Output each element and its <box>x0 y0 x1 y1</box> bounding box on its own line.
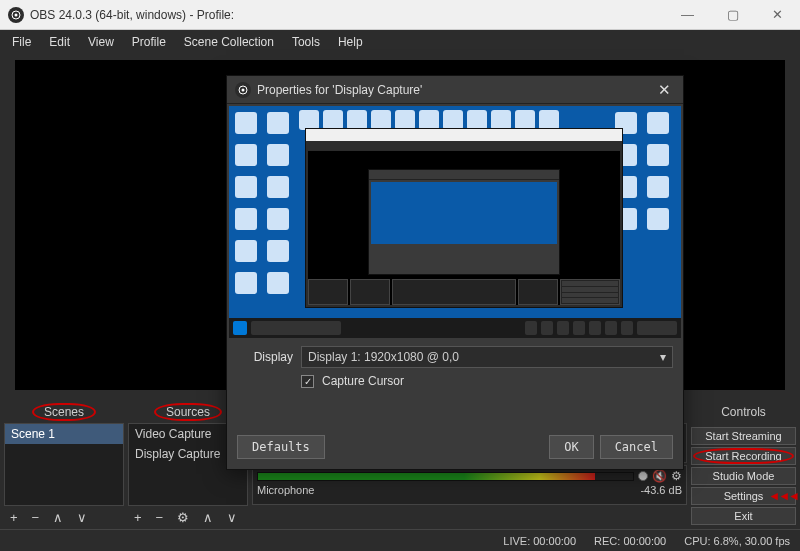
ok-button[interactable]: OK <box>549 435 593 459</box>
capture-cursor-label: Capture Cursor <box>322 374 404 388</box>
statusbar: LIVE: 00:00:00 REC: 00:00:00 CPU: 6.8%, … <box>0 529 800 551</box>
window-close-button[interactable]: ✕ <box>755 0 800 29</box>
window-title: OBS 24.0.3 (64-bit, windows) - Profile: <box>30 8 665 22</box>
vu-meter <box>257 472 634 481</box>
app-icon <box>8 7 24 23</box>
desktop-icons <box>235 112 295 300</box>
dialog-close-button[interactable]: ✕ <box>654 81 675 99</box>
svg-point-3 <box>242 88 245 91</box>
chevron-down-icon: ▾ <box>660 350 666 364</box>
windows-taskbar <box>229 318 681 338</box>
menu-file[interactable]: File <box>4 33 39 51</box>
menubar: File Edit View Profile Scene Collection … <box>0 30 800 54</box>
desktop-icons-top <box>299 110 611 130</box>
scenes-down-button[interactable]: ∨ <box>73 510 91 525</box>
menu-scene-collection[interactable]: Scene Collection <box>176 33 282 51</box>
display-select-value: Display 1: 1920x1080 @ 0,0 <box>308 350 459 364</box>
status-cpu: CPU: 6.8%, 30.00 fps <box>684 535 790 547</box>
scenes-up-button[interactable]: ∧ <box>49 510 67 525</box>
dialog-form: Display Display 1: 1920x1080 @ 0,0 ▾ ✓ C… <box>227 340 683 394</box>
volume-slider[interactable] <box>638 471 648 481</box>
list-item[interactable]: Scene 1 <box>5 424 123 444</box>
cancel-button[interactable]: Cancel <box>600 435 673 459</box>
menu-view[interactable]: View <box>80 33 122 51</box>
scenes-title: Scenes <box>4 403 124 423</box>
status-rec: REC: 00:00:00 <box>594 535 666 547</box>
sources-gear-button[interactable]: ⚙ <box>173 510 193 525</box>
display-label: Display <box>237 350 293 364</box>
mute-icon[interactable]: 🔇 <box>652 469 667 483</box>
dialog-title: Properties for 'Display Capture' <box>257 83 654 97</box>
controls-title: Controls <box>691 403 796 423</box>
window-maximize-button[interactable]: ▢ <box>710 0 755 29</box>
sources-up-button[interactable]: ∧ <box>199 510 217 525</box>
display-select[interactable]: Display 1: 1920x1080 @ 0,0 ▾ <box>301 346 673 368</box>
nested-obs-window <box>305 128 623 308</box>
controls-panel: Controls Start Streaming Start Recording… <box>691 403 796 525</box>
track-gear-icon[interactable]: ⚙ <box>671 469 682 483</box>
scenes-list[interactable]: Scene 1 <box>4 423 124 506</box>
track-db: -43.6 dB <box>640 484 682 496</box>
window-titlebar: OBS 24.0.3 (64-bit, windows) - Profile: … <box>0 0 800 30</box>
menu-profile[interactable]: Profile <box>124 33 174 51</box>
start-streaming-button[interactable]: Start Streaming <box>691 427 796 445</box>
sources-remove-button[interactable]: − <box>152 510 168 525</box>
app-icon <box>235 82 251 98</box>
svg-point-1 <box>15 13 18 16</box>
defaults-button[interactable]: Defaults <box>237 435 325 459</box>
menu-tools[interactable]: Tools <box>284 33 328 51</box>
menu-edit[interactable]: Edit <box>41 33 78 51</box>
scenes-remove-button[interactable]: − <box>28 510 44 525</box>
sources-add-button[interactable]: + <box>130 510 146 525</box>
properties-dialog: Properties for 'Display Capture' ✕ <box>226 75 684 470</box>
dialog-preview[interactable] <box>229 106 681 338</box>
studio-mode-button[interactable]: Studio Mode <box>691 467 796 485</box>
dialog-titlebar: Properties for 'Display Capture' ✕ <box>227 76 683 104</box>
window-minimize-button[interactable]: ― <box>665 0 710 29</box>
settings-button[interactable]: Settings <box>691 487 796 505</box>
capture-cursor-checkbox[interactable]: ✓ <box>301 375 314 388</box>
scenes-panel: Scenes Scene 1 + − ∧ ∨ <box>4 403 124 525</box>
start-recording-button[interactable]: Start Recording <box>691 447 796 465</box>
mixer-track-microphone: 🔇 ⚙ Microphone -43.6 dB <box>252 465 687 505</box>
dialog-footer: Defaults OK Cancel <box>227 427 683 469</box>
status-live: LIVE: 00:00:00 <box>503 535 576 547</box>
menu-help[interactable]: Help <box>330 33 371 51</box>
scenes-add-button[interactable]: + <box>6 510 22 525</box>
track-name: Microphone <box>257 484 314 496</box>
exit-button[interactable]: Exit <box>691 507 796 525</box>
sources-down-button[interactable]: ∨ <box>223 510 241 525</box>
desktop-icons-right <box>615 112 675 236</box>
